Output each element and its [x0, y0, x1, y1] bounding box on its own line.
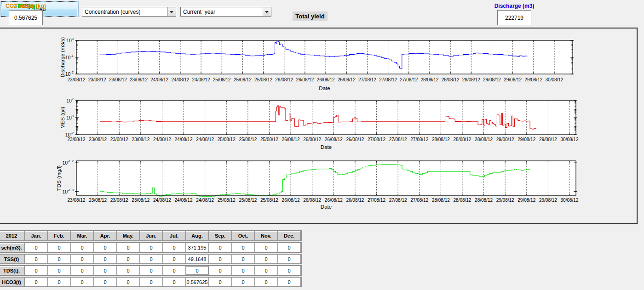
svg-text:10-2: 10-2	[65, 131, 74, 137]
svg-text:30/08/12: 30/08/12	[546, 77, 564, 82]
table-cell[interactable]: 0.567625	[186, 278, 209, 286]
table-cell[interactable]: 0	[117, 255, 140, 263]
svg-text:27/08/12: 27/08/12	[368, 137, 385, 142]
svg-text:26/08/12: 26/08/12	[303, 198, 321, 203]
table-cell[interactable]: 0	[94, 255, 117, 263]
table-cell[interactable]: 0	[94, 278, 117, 286]
table-cell[interactable]: 0	[48, 255, 71, 263]
table-cell[interactable]: 0	[140, 278, 163, 286]
table-cell[interactable]: 0	[163, 243, 186, 252]
table-cell[interactable]: 0	[232, 255, 255, 263]
table-cell[interactable]: 0	[278, 243, 301, 252]
table-cell[interactable]: 49.1648	[186, 255, 209, 263]
table-cell[interactable]: 0	[71, 278, 94, 286]
table-cell[interactable]: 0	[278, 278, 301, 286]
discharge-chart: 10010-110-223/08/1223/08/1223/08/1223/08…	[60, 37, 574, 91]
svg-text:29/08/12: 29/08/12	[496, 137, 514, 142]
table-cell[interactable]: 0	[25, 278, 48, 286]
table-cell[interactable]: 0	[163, 278, 186, 286]
table-col-header: Feb.	[48, 231, 71, 240]
svg-text:26/08/12: 26/08/12	[296, 77, 314, 82]
table-cell[interactable]: 0	[25, 255, 48, 263]
table-cell[interactable]: 0	[140, 255, 163, 263]
plot-type-dropdown[interactable]: Concentration (curves)	[82, 7, 176, 17]
svg-text:26/08/12: 26/08/12	[303, 137, 321, 142]
svg-text:23/08/12: 23/08/12	[68, 77, 86, 82]
table-row: HCO3(t)00000000.5676250000	[0, 277, 302, 287]
table-cell[interactable]: 0	[209, 255, 232, 263]
table-cell[interactable]: 0	[232, 243, 255, 252]
table-cell[interactable]: 0	[94, 243, 117, 252]
table-cell[interactable]: 0	[71, 243, 94, 252]
svg-text:30/08/12: 30/08/12	[561, 198, 579, 203]
svg-text:23/08/12: 23/08/12	[132, 137, 150, 142]
svg-text:25/08/12: 25/08/12	[260, 198, 278, 203]
table-cell[interactable]: 0	[209, 266, 232, 275]
svg-text:10-1.2: 10-1.2	[62, 159, 74, 165]
table-cell[interactable]: 0	[25, 266, 48, 275]
table-cell[interactable]: 371.195	[186, 243, 209, 252]
svg-text:28/08/12: 28/08/12	[453, 137, 471, 142]
stat-co2-value: 0.567625	[9, 10, 43, 25]
svg-text:26/08/12: 26/08/12	[325, 198, 343, 203]
table-cell[interactable]: 0	[117, 243, 140, 252]
table-cell[interactable]: 0	[255, 278, 278, 286]
svg-text:24/08/12: 24/08/12	[175, 198, 193, 203]
table-cell[interactable]: 0	[94, 266, 117, 275]
table-cell[interactable]: 0	[278, 266, 301, 275]
table-cell[interactable]: 0	[255, 243, 278, 252]
table-cell[interactable]: 0	[48, 266, 71, 275]
svg-text:26/08/12: 26/08/12	[317, 77, 335, 82]
dropdown-arrow-icon[interactable]	[263, 7, 271, 16]
table-cell[interactable]: 0	[25, 243, 48, 252]
svg-text:27/08/12: 27/08/12	[358, 77, 376, 82]
table-cell[interactable]: 0	[117, 278, 140, 286]
stat-value-text: 0.567625	[14, 15, 37, 21]
table-cell[interactable]: 0	[140, 243, 163, 252]
svg-text:23/08/12: 23/08/12	[110, 137, 128, 142]
table-cell[interactable]: 0	[186, 266, 209, 275]
table-cell[interactable]: 0	[209, 278, 232, 286]
table-cell[interactable]: 0	[209, 243, 232, 252]
table-cell[interactable]: 0	[232, 266, 255, 275]
svg-text:25/08/12: 25/08/12	[218, 137, 236, 142]
svg-text:24/08/12: 24/08/12	[153, 137, 171, 142]
svg-text:23/08/12: 23/08/12	[109, 77, 127, 82]
table-row-label: TSS(t)	[0, 255, 25, 263]
svg-text:27/08/12: 27/08/12	[410, 137, 428, 142]
table-cell[interactable]: 0	[255, 255, 278, 263]
table-col-header: May.	[117, 231, 140, 240]
table-cell[interactable]: 0	[255, 266, 278, 275]
svg-text:26/08/12: 26/08/12	[275, 77, 293, 82]
mes-chart: 10210010-223/08/1223/08/1223/08/1223/08/…	[60, 97, 579, 150]
table-cell[interactable]: 0	[163, 266, 186, 275]
table-cell[interactable]: 0	[48, 278, 71, 286]
table-cell[interactable]: 0	[71, 266, 94, 275]
table-row: TSS(t)000000049.16480000	[0, 254, 302, 264]
svg-text:10-1: 10-1	[65, 54, 74, 60]
svg-text:29/08/12: 29/08/12	[483, 77, 501, 82]
table-row-label: sch(m3).	[0, 243, 25, 252]
table-col-header: Dec.	[278, 231, 301, 240]
svg-text:28/08/12: 28/08/12	[432, 137, 450, 142]
table-cell[interactable]: 0	[278, 255, 301, 263]
svg-text:28/08/12: 28/08/12	[442, 77, 460, 82]
table-cell[interactable]: 0	[163, 255, 186, 263]
table-cell[interactable]: 0	[232, 278, 255, 286]
svg-text:23/08/12: 23/08/12	[68, 137, 86, 142]
table-cell[interactable]: 0	[71, 255, 94, 263]
svg-text:29/08/12: 29/08/12	[524, 77, 542, 82]
stat-value-text: 222719	[505, 15, 523, 21]
svg-text:25/08/12: 25/08/12	[239, 198, 257, 203]
table-col-header: Nov.	[255, 231, 278, 240]
table-col-header: Aug.	[186, 231, 209, 240]
svg-text:25/08/12: 25/08/12	[234, 77, 252, 82]
table-cell[interactable]: 0	[48, 243, 71, 252]
application-window: Load Concentration (curves) Current_year…	[0, 0, 644, 290]
svg-text:29/08/12: 29/08/12	[504, 77, 522, 82]
dropdown-arrow-icon[interactable]	[167, 7, 176, 16]
svg-text:25/08/12: 25/08/12	[218, 198, 236, 203]
year-dropdown[interactable]: Current_year	[180, 7, 271, 17]
table-cell[interactable]: 0	[140, 266, 163, 275]
table-cell[interactable]: 0	[117, 266, 140, 275]
